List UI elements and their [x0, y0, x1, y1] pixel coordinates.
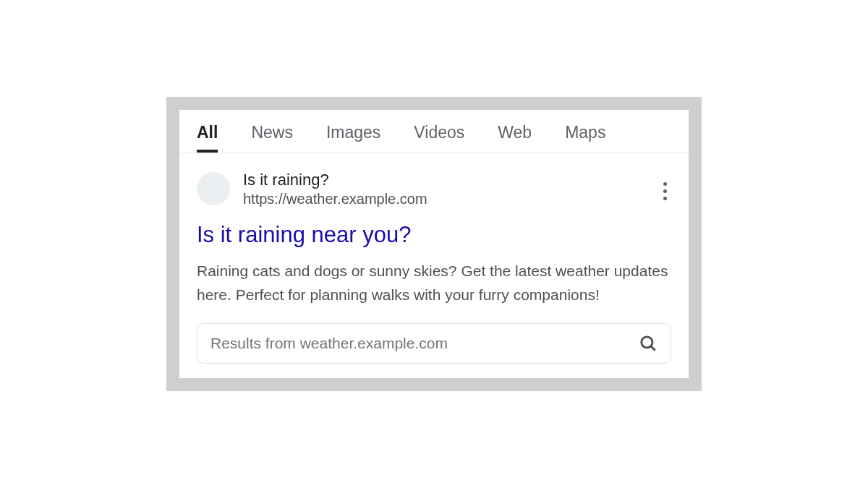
more-options-icon[interactable] [659, 178, 671, 205]
sitelinks-search-box[interactable] [197, 323, 671, 364]
result-title-link[interactable]: Is it raining near you? [197, 222, 671, 248]
site-url: https://weather.example.com [243, 191, 427, 207]
search-result-card: All News Images Videos Web Maps Is it ra… [179, 110, 689, 377]
favicon-placeholder-icon [197, 172, 230, 205]
result-header: Is it raining? https://weather.example.c… [197, 171, 671, 207]
site-info: Is it raining? https://weather.example.c… [243, 171, 427, 207]
sitelinks-search-input[interactable] [210, 335, 630, 352]
result-snippet: Raining cats and dogs or sunny skies? Ge… [197, 260, 671, 307]
svg-point-0 [642, 336, 652, 347]
svg-line-1 [651, 346, 655, 350]
tab-images[interactable]: Images [326, 123, 380, 153]
tab-maps[interactable]: Maps [565, 123, 605, 153]
outer-frame: All News Images Videos Web Maps Is it ra… [166, 97, 702, 390]
site-name: Is it raining? [243, 171, 427, 189]
tab-all[interactable]: All [197, 123, 218, 153]
search-result: Is it raining? https://weather.example.c… [179, 153, 689, 377]
tab-videos[interactable]: Videos [414, 123, 464, 153]
search-icon[interactable] [639, 334, 658, 353]
tab-news[interactable]: News [251, 123, 293, 153]
tab-web[interactable]: Web [498, 123, 532, 153]
search-tabs: All News Images Videos Web Maps [179, 110, 689, 153]
